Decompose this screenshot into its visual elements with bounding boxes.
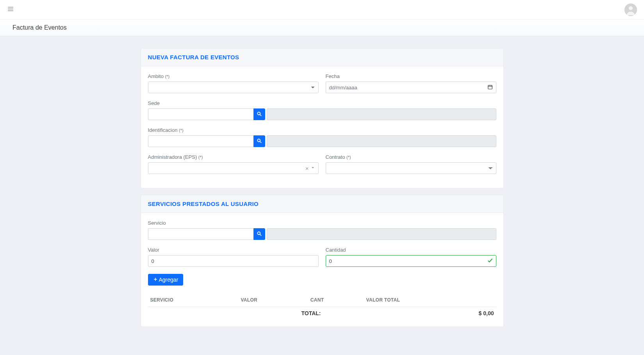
fecha-input[interactable]: dd/mm/aaaa bbox=[326, 82, 496, 93]
administradora-select[interactable]: × bbox=[148, 162, 319, 174]
servicio-input[interactable] bbox=[148, 228, 253, 240]
servicios-table: SERVICIO VALOR CANT VALOR TOTAL TOTAL: $… bbox=[148, 293, 496, 320]
breadcrumb-text: Factura de Eventos bbox=[12, 24, 67, 31]
breadcrumb: Factura de Eventos bbox=[0, 20, 644, 36]
th-valor: VALOR bbox=[238, 293, 308, 307]
search-icon bbox=[257, 138, 262, 145]
cantidad-input[interactable] bbox=[326, 255, 496, 267]
chevron-down-icon bbox=[310, 165, 315, 171]
svg-point-4 bbox=[629, 6, 633, 10]
ambito-label: Ambito (*) bbox=[148, 73, 319, 79]
menu-hamburger-icon[interactable] bbox=[7, 5, 14, 14]
total-label: TOTAL: bbox=[148, 307, 364, 320]
card-title-servicios: SERVICIOS PRESTADOS AL USUARIO bbox=[148, 201, 259, 207]
svg-line-12 bbox=[260, 141, 261, 143]
svg-point-13 bbox=[257, 232, 260, 234]
fecha-placeholder: dd/mm/aaaa bbox=[329, 85, 357, 91]
identificacion-label: Identificacion (*) bbox=[148, 127, 496, 133]
sede-search-button[interactable] bbox=[253, 108, 265, 120]
card-title-nueva-factura: NUEVA FACTURA DE EVENTOS bbox=[148, 54, 239, 60]
search-icon bbox=[257, 231, 262, 238]
svg-rect-5 bbox=[488, 85, 492, 89]
contrato-select[interactable] bbox=[326, 162, 496, 174]
calendar-icon bbox=[487, 84, 493, 91]
th-valor-total: VALOR TOTAL bbox=[364, 293, 496, 307]
card-servicios: SERVICIOS PRESTADOS AL USUARIO Servicio … bbox=[141, 195, 504, 327]
fecha-label: Fecha bbox=[326, 73, 496, 79]
agregar-label: Agregar bbox=[159, 277, 178, 283]
administradora-label: Administradora (EPS) (*) bbox=[148, 154, 319, 160]
sede-label: Sede bbox=[148, 100, 496, 106]
valor-input[interactable] bbox=[148, 255, 319, 267]
clear-icon[interactable]: × bbox=[304, 165, 310, 172]
valor-label: Valor bbox=[148, 247, 319, 253]
plus-icon bbox=[153, 277, 159, 283]
th-servicio: SERVICIO bbox=[148, 293, 239, 307]
identificacion-display bbox=[267, 135, 496, 147]
search-icon bbox=[257, 111, 262, 118]
servicio-search-button[interactable] bbox=[253, 228, 265, 240]
contrato-label: Contrato (*) bbox=[326, 154, 496, 160]
sede-input[interactable] bbox=[148, 108, 253, 120]
ambito-select[interactable] bbox=[148, 82, 319, 93]
svg-line-10 bbox=[260, 114, 261, 116]
servicio-label: Servicio bbox=[148, 220, 496, 226]
cantidad-label: Cantidad bbox=[326, 247, 496, 253]
total-value: $ 0,00 bbox=[364, 307, 496, 320]
agregar-button[interactable]: Agregar bbox=[148, 274, 184, 286]
svg-point-9 bbox=[257, 112, 260, 115]
identificacion-input[interactable] bbox=[148, 135, 253, 147]
svg-point-11 bbox=[257, 139, 260, 142]
th-cant: CANT bbox=[308, 293, 364, 307]
card-nueva-factura: NUEVA FACTURA DE EVENTOS Ambito (*) Fech… bbox=[141, 48, 504, 188]
svg-line-14 bbox=[260, 234, 261, 236]
identificacion-search-button[interactable] bbox=[253, 135, 265, 147]
navbar bbox=[0, 0, 644, 20]
sede-display bbox=[267, 108, 496, 120]
user-avatar[interactable] bbox=[624, 4, 637, 16]
servicio-display bbox=[267, 228, 496, 240]
